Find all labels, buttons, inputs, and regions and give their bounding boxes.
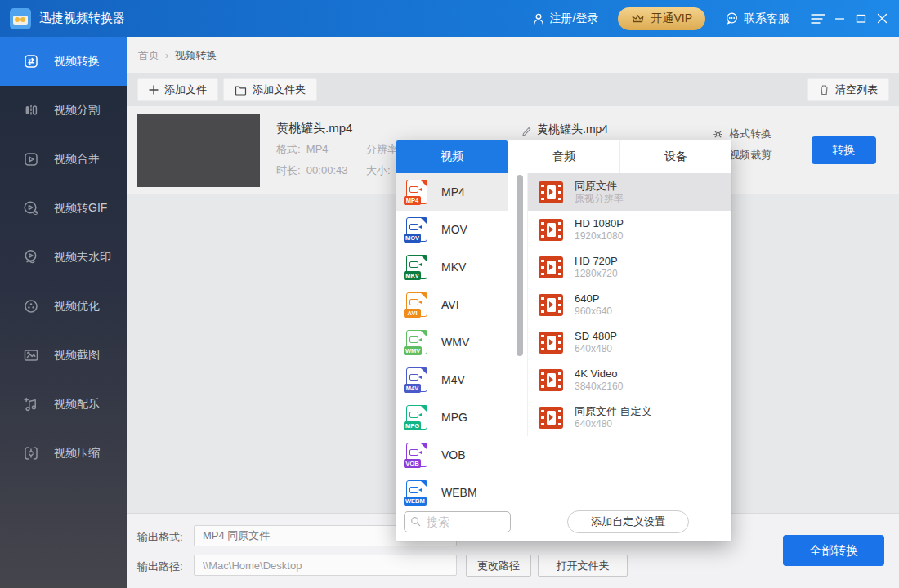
format-list-item[interactable]: MKV MKV — [396, 248, 508, 286]
preset-title: 同原文件 自定义 — [575, 404, 652, 418]
clear-list-button[interactable]: 清空列表 — [807, 78, 889, 101]
sidebar-item[interactable]: 视频去水印 — [0, 233, 127, 282]
resolution-preset-item[interactable]: SD 480P 640x480 — [528, 323, 731, 361]
sidebar-item[interactable]: 视频分割 — [0, 86, 127, 135]
film-strip-icon — [539, 294, 563, 316]
resolution-preset-item[interactable]: 同原文件 原视分辨率 — [528, 173, 731, 211]
format-picker-tabs: 视频 音频 设备 — [396, 140, 731, 173]
pencil-icon — [521, 125, 532, 136]
folder-icon — [235, 85, 247, 96]
sidebar-item[interactable]: 视频合并 — [0, 135, 127, 184]
film-strip-icon — [539, 332, 563, 354]
breadcrumb-current: 视频转换 — [174, 48, 217, 63]
file-size-label: 大小: — [366, 163, 391, 178]
open-folder-button[interactable]: 打开文件夹 — [538, 555, 628, 577]
maximize-button[interactable] — [850, 8, 871, 29]
format-picker-tab[interactable]: 音频 — [508, 140, 619, 173]
resolution-preset-item[interactable]: 4K Video 3840x2160 — [528, 361, 731, 399]
tab-label: 音频 — [552, 149, 575, 164]
sidebar-item-label: 视频转GIF — [54, 201, 107, 216]
breadcrumb-separator-icon: › — [165, 49, 168, 61]
format-list-item[interactable]: AVI AVI — [396, 286, 508, 323]
menu-button[interactable] — [807, 8, 829, 29]
support-button[interactable]: 联系客服 — [725, 11, 789, 26]
app-logo-icon — [10, 8, 31, 29]
file-format: 格式: MP4 — [276, 142, 329, 157]
vip-button[interactable]: 开通VIP — [618, 7, 705, 30]
format-file-icon: MKV — [406, 255, 427, 279]
resolution-preset-item[interactable]: 640P 960x640 — [528, 286, 731, 323]
format-list-item[interactable]: MOV MOV — [396, 211, 508, 248]
sidebar-item-label: 视频合并 — [54, 152, 100, 167]
chat-bubble-icon — [725, 11, 739, 25]
format-file-icon: WMV — [406, 330, 427, 354]
sidebar: 视频转换 视频分割 视频合并 G 视频转GIF 视频去水印 — [0, 37, 127, 588]
sidebar-item[interactable]: 视频优化 — [0, 282, 127, 331]
format-list-item[interactable]: VOB VOB — [396, 436, 508, 474]
format-picker-tab[interactable]: 设备 — [619, 140, 731, 173]
sidebar-item[interactable]: 视频配乐 — [0, 380, 127, 429]
change-path-button[interactable]: 更改路径 — [466, 555, 531, 577]
resolution-preset-item[interactable]: HD 1080P 1920x1080 — [528, 211, 731, 248]
sidebar-item[interactable]: G 视频转GIF — [0, 184, 127, 233]
convert-button[interactable]: 转换 — [812, 136, 876, 164]
output-filename[interactable]: 黄桃罐头.mp4 — [521, 122, 608, 137]
minimize-button[interactable] — [829, 8, 850, 29]
title-bar: 迅捷视频转换器 注册/登录 开通VIP — [0, 0, 899, 37]
format-list-item[interactable]: MP4 MP4 — [396, 173, 508, 211]
resolution-preset-item[interactable]: 同原文件 自定义 640x480 — [528, 399, 731, 436]
format-list-item[interactable]: M4V M4V — [396, 361, 508, 399]
preset-text: HD 1080P 1920x1080 — [575, 216, 624, 243]
add-file-button[interactable]: 添加文件 — [137, 78, 218, 101]
preset-subtitle: 960x640 — [575, 305, 612, 318]
video-merge-icon — [21, 149, 41, 169]
output-filename-text: 黄桃罐头.mp4 — [537, 122, 608, 137]
format-list-item[interactable]: WMV WMV — [396, 323, 508, 361]
film-strip-icon — [539, 256, 563, 278]
login-button[interactable]: 注册/登录 — [532, 11, 599, 26]
format-list-item[interactable]: MPG MPG — [396, 399, 508, 436]
sidebar-item[interactable]: 视频截图 — [0, 331, 127, 380]
add-folder-button[interactable]: 添加文件夹 — [223, 78, 317, 101]
sidebar-item[interactable]: 视频转换 — [0, 37, 127, 86]
format-name: AVI — [441, 298, 459, 311]
format-picker-popup: 视频 音频 设备 MP4 — [396, 140, 731, 541]
add-file-label: 添加文件 — [164, 82, 207, 97]
video-thumbnail — [137, 114, 260, 187]
sidebar-item-label: 视频转换 — [54, 54, 100, 69]
format-convert-option[interactable]: 格式转换 — [712, 127, 772, 141]
format-list-scrollbar[interactable] — [517, 175, 523, 356]
breadcrumb-home[interactable]: 首页 — [138, 48, 159, 63]
preset-title: 640P — [575, 292, 612, 305]
format-name: MPG — [441, 411, 467, 424]
close-button[interactable] — [871, 8, 892, 29]
preset-title: HD 1080P — [575, 216, 624, 230]
user-icon — [532, 12, 545, 25]
sidebar-item-label: 视频去水印 — [54, 250, 111, 265]
preset-subtitle: 640x480 — [575, 343, 617, 355]
preset-text: 同原文件 原视分辨率 — [575, 179, 624, 205]
format-list-item[interactable]: WEBM WEBM — [396, 474, 508, 511]
format-name: WMV — [441, 336, 469, 349]
preset-subtitle: 原视分辨率 — [575, 193, 624, 205]
convert-all-button[interactable]: 全部转换 — [783, 535, 884, 566]
login-label: 注册/登录 — [550, 11, 599, 26]
format-picker-body: MP4 MP4 MOV MOV — [396, 173, 731, 541]
sidebar-item[interactable]: 视频压缩 — [0, 429, 127, 478]
video-crop-label: 视频裁剪 — [729, 148, 772, 163]
add-custom-preset-button[interactable]: 添加自定义设置 — [567, 510, 689, 533]
app-window: 迅捷视频转换器 注册/登录 开通VIP — [0, 0, 899, 588]
resolution-preset-item[interactable]: HD 720P 1280x720 — [528, 248, 731, 286]
output-path-field[interactable] — [194, 555, 457, 576]
format-name: MKV — [441, 261, 466, 274]
format-picker-tab[interactable]: 视频 — [396, 140, 508, 173]
film-strip-icon — [539, 219, 563, 241]
preset-text: 4K Video 3840x2160 — [575, 367, 623, 393]
format-search — [404, 511, 511, 532]
video-watermark-remove-icon — [21, 247, 41, 267]
app-title: 迅捷视频转换器 — [39, 11, 125, 26]
format-name: MP4 — [441, 185, 465, 198]
maximize-icon — [856, 13, 866, 24]
video-to-gif-icon: G — [21, 198, 41, 218]
film-strip-icon — [539, 181, 563, 203]
